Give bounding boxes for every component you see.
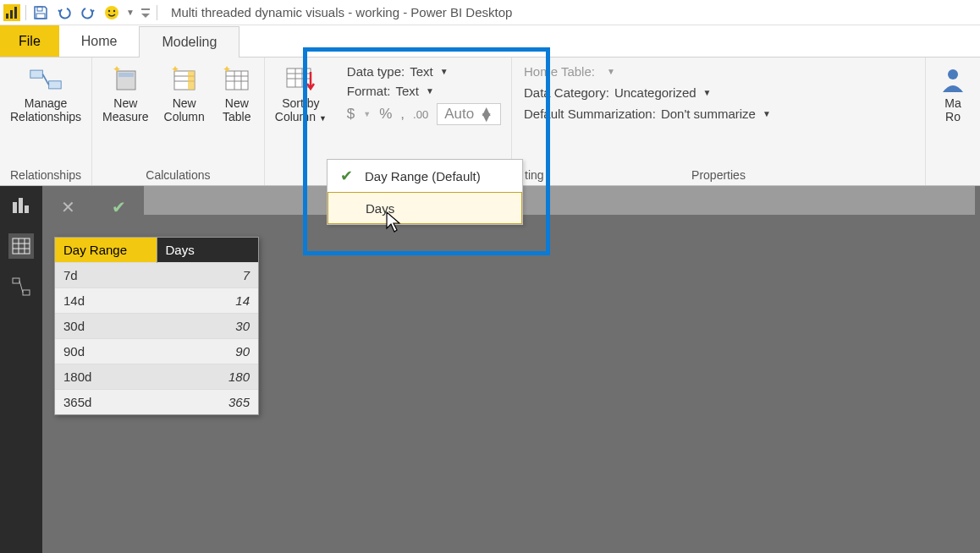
- cell-day-range[interactable]: 90d: [55, 339, 157, 364]
- table-row[interactable]: 180d180: [55, 364, 258, 390]
- person-icon: [936, 64, 970, 95]
- new-measure-button[interactable]: ✦ New Measure: [97, 61, 153, 127]
- ribbon-group-calculations: ✦ New Measure ✦ New Column ✦ New Table C…: [92, 57, 265, 185]
- svg-text:✦: ✦: [171, 66, 179, 75]
- tab-home[interactable]: Home: [59, 25, 140, 57]
- svg-rect-0: [6, 14, 8, 19]
- sort-menu-item-days[interactable]: Days: [328, 192, 522, 224]
- cell-days[interactable]: 365: [157, 390, 258, 415]
- sort-menu-item-day-range[interactable]: ✔ Day Range (Default): [328, 160, 522, 192]
- formula-input[interactable]: [144, 186, 975, 215]
- tab-modeling[interactable]: Modeling: [139, 26, 239, 57]
- cell-day-range[interactable]: 14d: [55, 288, 157, 314]
- save-icon[interactable]: [31, 3, 50, 22]
- column-icon: ✦: [168, 64, 201, 95]
- svg-line-42: [19, 281, 23, 293]
- cell-days[interactable]: 30: [157, 314, 258, 339]
- manage-relationships-button[interactable]: Manage Relationships: [5, 61, 86, 127]
- cell-days[interactable]: 14: [157, 288, 258, 314]
- svg-text:✦: ✦: [223, 66, 231, 75]
- cell-day-range[interactable]: 7d: [55, 263, 157, 288]
- svg-rect-4: [36, 14, 45, 19]
- table-row[interactable]: 365d365: [55, 390, 258, 415]
- sort-by-column-label: Sort by Column ▼: [275, 96, 327, 123]
- sort-by-column-menu: ✔ Day Range (Default) Days: [327, 159, 523, 225]
- chevron-down-icon[interactable]: ▼: [126, 8, 135, 17]
- svg-point-5: [105, 6, 118, 19]
- data-view-icon[interactable]: [8, 233, 34, 259]
- chevron-down-icon: ▼: [440, 67, 449, 76]
- data-type-dropdown[interactable]: Data type: Text ▼: [347, 64, 501, 79]
- svg-rect-1: [10, 10, 13, 19]
- new-table-button[interactable]: ✦ New Table: [215, 61, 259, 127]
- commit-formula-icon[interactable]: ✔: [93, 186, 144, 228]
- data-category-dropdown[interactable]: Data Category: Uncategorized ▼: [524, 85, 712, 100]
- table-row[interactable]: 7d7: [55, 263, 258, 288]
- report-view-icon[interactable]: [8, 193, 34, 218]
- manage-roles-button[interactable]: Ma Ro: [931, 61, 975, 127]
- new-measure-label: New Measure: [102, 96, 148, 123]
- smiley-icon[interactable]: [102, 3, 121, 22]
- check-icon: ✔: [328, 167, 365, 185]
- thousands-icon[interactable]: ,: [400, 106, 405, 123]
- svg-rect-2: [14, 7, 17, 19]
- svg-rect-35: [13, 238, 30, 254]
- cell-day-range[interactable]: 365d: [55, 390, 157, 415]
- svg-rect-40: [13, 278, 19, 283]
- titlebar: ▼ Multi threaded dynamic visuals - worki…: [0, 0, 980, 25]
- ribbon-group-relationships: Manage Relationships Relationships: [0, 57, 92, 185]
- data-category-value: Uncategorized: [614, 85, 696, 100]
- model-view-icon[interactable]: [8, 274, 34, 299]
- sort-by-column-button[interactable]: Sort by Column ▼: [270, 61, 332, 127]
- ribbon-group-security: Ma Ro: [926, 57, 980, 185]
- format-value: Text: [396, 84, 420, 98]
- svg-line-11: [42, 74, 48, 85]
- ribbon-group-properties: Home Table: ▼ Data Category: Uncategoriz…: [512, 57, 926, 185]
- table-row[interactable]: 90d90: [55, 339, 258, 364]
- cell-days[interactable]: 90: [157, 339, 258, 364]
- data-category-label: Data Category:: [524, 85, 609, 100]
- cell-day-range[interactable]: 180d: [55, 364, 157, 390]
- decimal-icon[interactable]: .00: [413, 108, 428, 121]
- cell-days[interactable]: 180: [157, 364, 258, 390]
- chevron-down-icon: ▼: [763, 109, 771, 118]
- summarization-dropdown[interactable]: Default Summarization: Don't summarize ▼: [524, 107, 771, 121]
- sort-menu-item-label: Days: [366, 201, 521, 216]
- svg-rect-34: [25, 205, 29, 213]
- svg-rect-9: [30, 70, 43, 78]
- decimal-auto[interactable]: Auto ▲▼: [437, 103, 501, 125]
- percent-icon[interactable]: %: [379, 106, 392, 123]
- relationships-icon: [29, 64, 63, 95]
- currency-icon[interactable]: $: [347, 106, 355, 123]
- cell-days[interactable]: 7: [157, 263, 258, 288]
- table-row[interactable]: 14d14: [55, 288, 258, 314]
- cell-day-range[interactable]: 30d: [55, 314, 157, 339]
- table-row[interactable]: 30d30: [55, 314, 258, 339]
- undo-icon[interactable]: [55, 3, 74, 22]
- data-table: Day Range Days 7d714d1430d3090d90180d180…: [54, 237, 259, 415]
- cancel-formula-icon[interactable]: ✕: [42, 186, 93, 228]
- group-label-calculations: Calculations: [146, 167, 210, 183]
- new-column-button[interactable]: ✦ New Column: [159, 61, 210, 127]
- summarization-value: Don't summarize: [661, 107, 756, 121]
- svg-rect-32: [13, 202, 17, 213]
- column-header-day-range[interactable]: Day Range: [55, 238, 157, 263]
- format-label: Format:: [347, 84, 391, 98]
- data-canvas: Day Range Days 7d714d1430d3090d90180d180…: [42, 228, 980, 553]
- column-header-days[interactable]: Days: [157, 238, 258, 263]
- tab-file[interactable]: File: [0, 25, 59, 57]
- svg-rect-18: [188, 71, 195, 90]
- separator: [157, 5, 157, 20]
- new-column-label: New Column: [164, 96, 205, 123]
- redo-icon[interactable]: [79, 3, 97, 22]
- svg-rect-41: [23, 290, 30, 295]
- auto-label: Auto: [444, 106, 474, 123]
- format-dropdown[interactable]: Format: Text ▼: [347, 84, 501, 98]
- svg-point-7: [113, 9, 115, 11]
- new-table-label: New Table: [223, 96, 251, 123]
- data-type-label: Data type:: [347, 64, 405, 79]
- qat-customize-icon[interactable]: [140, 3, 151, 22]
- sort-icon: [284, 64, 317, 95]
- home-table-dropdown[interactable]: Home Table: ▼: [524, 64, 615, 79]
- svg-point-31: [948, 69, 958, 79]
